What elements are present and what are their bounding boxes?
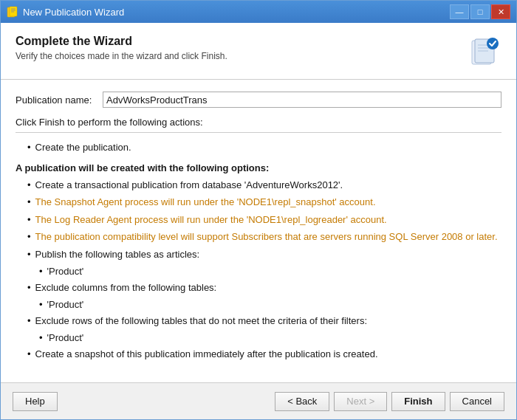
publication-name-label: Publication name:: [16, 94, 97, 106]
list-item: • The Log Reader Agent process will run …: [16, 213, 501, 227]
option-item-0: Create a transactional publication from …: [35, 178, 343, 193]
actions-section: Click Finish to perform the following ac…: [16, 117, 501, 155]
list-item: • The publication compatibility level wi…: [16, 230, 501, 244]
wizard-icon: [7, 6, 18, 18]
options-header: A publication will be created with the f…: [16, 162, 501, 173]
header-text: Complete the Wizard Verify the choices m…: [16, 35, 227, 61]
list-item: • Exclude rows of the following tables t…: [16, 314, 501, 328]
bullet-dot: •: [39, 264, 43, 279]
bullet-dot: •: [39, 297, 43, 312]
footer-right: < Back Next > Finish Cancel: [275, 392, 504, 411]
list-item: • Publish the following tables as articl…: [16, 247, 501, 262]
wizard-footer: Help < Back Next > Finish Cancel: [1, 382, 516, 419]
title-bar: New Publication Wizard — □ ✕: [1, 1, 516, 23]
list-item: • 'Product': [16, 331, 501, 345]
list-item: • The Snapshot Agent process will run un…: [16, 195, 501, 210]
options-section: A publication will be created with the f…: [16, 162, 501, 362]
help-button[interactable]: Help: [13, 392, 58, 411]
wizard-header: Complete the Wizard Verify the choices m…: [1, 23, 516, 80]
svg-rect-1: [10, 7, 17, 16]
bullet-dot: •: [27, 213, 31, 227]
title-bar-left: New Publication Wizard: [7, 6, 124, 18]
bullet-dot: •: [27, 178, 31, 193]
back-button[interactable]: < Back: [275, 392, 329, 411]
minimize-button[interactable]: —: [450, 4, 469, 19]
bullet-dot: •: [27, 230, 31, 244]
publish-tables-item-0: 'Product': [47, 264, 84, 279]
snapshot-label: Create a snapshot of this publication im…: [35, 347, 378, 362]
list-item: • Create the publication.: [16, 140, 501, 155]
page-subtitle: Verify the choices made in the wizard an…: [16, 51, 227, 61]
wizard-window: New Publication Wizard — □ ✕ Complete th…: [0, 0, 517, 420]
next-button[interactable]: Next >: [334, 392, 387, 411]
list-item: • Exclude columns from the following tab…: [16, 280, 501, 295]
actions-divider: [16, 132, 501, 133]
bullet-dot: •: [27, 247, 31, 262]
finish-button[interactable]: Finish: [391, 392, 445, 411]
footer-left: Help: [13, 392, 58, 411]
exclude-rows-item-0: 'Product': [47, 331, 84, 345]
exclude-rows-label: Exclude rows of the following tables tha…: [35, 314, 367, 328]
title-bar-controls: — □ ✕: [450, 4, 510, 19]
list-item: • 'Product': [16, 264, 501, 279]
maximize-button[interactable]: □: [470, 4, 490, 19]
exclude-columns-item-0: 'Product': [47, 297, 84, 312]
page-title: Complete the Wizard: [16, 35, 227, 48]
option-item-3: The publication compatibility level will…: [35, 230, 498, 244]
list-item: • Create a snapshot of this publication …: [16, 347, 501, 362]
exclude-columns-label: Exclude columns from the following table…: [35, 280, 217, 295]
svg-point-10: [487, 38, 499, 49]
close-button[interactable]: ✕: [491, 4, 510, 19]
bullet-dot: •: [27, 280, 31, 295]
action-item-create: Create the publication.: [35, 140, 131, 155]
list-item: • 'Product': [16, 297, 501, 312]
bullet-dot: •: [39, 331, 43, 345]
bullet-dot: •: [27, 140, 31, 155]
bullet-dot: •: [27, 314, 31, 328]
bullet-dot: •: [27, 195, 31, 210]
bullet-dot: •: [27, 347, 31, 362]
cancel-button[interactable]: Cancel: [450, 392, 504, 411]
window-title: New Publication Wizard: [23, 7, 124, 18]
wizard-content: Publication name: Click Finish to perfor…: [1, 80, 516, 382]
publication-name-row: Publication name:: [16, 92, 501, 108]
option-item-1: The Snapshot Agent process will run unde…: [35, 195, 376, 210]
header-icon: [466, 35, 501, 70]
actions-label: Click Finish to perform the following ac…: [16, 117, 501, 128]
publish-tables-label: Publish the following tables as articles…: [35, 247, 200, 262]
publication-name-input[interactable]: [103, 92, 501, 108]
option-item-2: The Log Reader Agent process will run un…: [35, 213, 387, 227]
list-item: • Create a transactional publication fro…: [16, 178, 501, 193]
